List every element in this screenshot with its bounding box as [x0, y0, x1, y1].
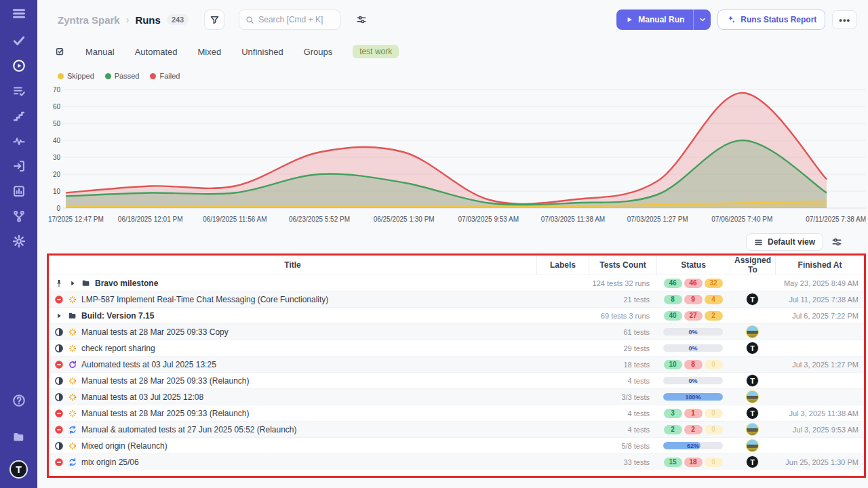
run-row[interactable]: Manual tests at 28 Mar 2025 09:33 (Relau…	[49, 372, 864, 388]
runs-status-report-button[interactable]: Runs Status Report	[717, 9, 825, 30]
type-manual-icon	[68, 344, 77, 353]
more-options-button[interactable]: •••	[832, 10, 857, 29]
legend-skipped[interactable]: Skipped	[58, 72, 94, 80]
run-title[interactable]: Manual & automated tests at 27 Jun 2025 …	[81, 425, 297, 434]
status-cell: 15180	[656, 454, 730, 470]
run-title[interactable]: LMP-587 Implement Real-Time Chat Messagi…	[81, 295, 328, 304]
status-cell: 0%	[656, 340, 730, 356]
manual-run-button[interactable]: Manual Run	[616, 9, 693, 30]
skipped-badge: 2	[705, 311, 723, 321]
tests-count-cell: 124 tests 32 runs	[589, 275, 656, 291]
assignee-cell	[730, 275, 775, 291]
finished-at-cell: Jul 11, 2025 7:38 AM	[775, 291, 864, 307]
svg-text:06/19/2025 11:56 AM: 06/19/2025 11:56 AM	[203, 216, 267, 223]
type-manual-icon	[68, 441, 77, 451]
run-row[interactable]: Manual tests at 03 Jul 2025 12:083/3 tes…	[49, 388, 864, 405]
group-title[interactable]: Bravo milestone	[95, 279, 158, 288]
column-header-labels[interactable]: Labels	[536, 256, 589, 274]
run-row[interactable]: Manual & automated tests at 27 Jun 2025 …	[49, 421, 864, 437]
run-title[interactable]: Mixed origin (Relaunch)	[81, 441, 167, 451]
failed-badge: 27	[684, 311, 703, 321]
svg-text:07/03/2025 9:53 AM: 07/03/2025 9:53 AM	[458, 216, 519, 223]
menu-icon[interactable]	[7, 2, 31, 25]
column-header-status[interactable]: Status	[656, 256, 730, 274]
svg-text:06/18/2025 12:01 PM: 06/18/2025 12:01 PM	[118, 216, 183, 223]
tab-manual[interactable]: Manual	[85, 47, 115, 57]
table-settings-icon[interactable]	[831, 237, 842, 247]
tab-unfinished[interactable]: Unfinished	[241, 47, 283, 57]
progress-label: 62%	[663, 442, 723, 449]
sidebar-item-projects[interactable]	[7, 426, 31, 449]
search-settings-icon[interactable]	[356, 14, 367, 25]
group-row[interactable]: Bravo milestone124 tests 32 runs464632Ma…	[49, 274, 864, 291]
search-input[interactable]	[258, 15, 333, 24]
run-row[interactable]: Mixed origin (Relaunch)5/8 tests62%	[49, 437, 864, 453]
run-title[interactable]: Manual tests at 28 Mar 2025 09:33 (Relau…	[81, 409, 249, 418]
progress-label: 100%	[663, 393, 723, 401]
progress-bar: 0%	[663, 344, 723, 352]
tab-mixed[interactable]: Mixed	[198, 47, 222, 57]
run-row[interactable]: Automated tests at 03 Jul 2025 13:2518 t…	[49, 356, 864, 372]
default-view-button[interactable]: Default view	[746, 233, 823, 251]
run-title[interactable]: check report sharing	[81, 344, 155, 353]
sidebar-item-settings[interactable]	[7, 230, 31, 253]
select-all-icon[interactable]	[55, 47, 65, 57]
failed-badge: 46	[684, 279, 703, 288]
sidebar-item-defects[interactable]	[7, 129, 31, 152]
tab-groups[interactable]: Groups	[304, 47, 333, 57]
sidebar-item-analytics[interactable]	[7, 180, 31, 203]
sidebar-item-runs[interactable]	[7, 54, 31, 77]
checkmark-icon	[12, 34, 26, 47]
run-title[interactable]: Manual tests at 28 Mar 2025 09:33 (Relau…	[81, 376, 249, 386]
type-manual-icon	[68, 376, 77, 386]
legend-dot-icon	[150, 73, 156, 79]
run-title[interactable]: Manual tests at 28 Mar 2025 09:33 Copy	[81, 327, 229, 337]
tests-count-cell: 33 tests	[589, 454, 656, 470]
state-failed-icon	[54, 409, 64, 418]
search-box[interactable]	[239, 9, 340, 30]
tests-count-cell: 4 tests	[589, 405, 656, 421]
user-avatar[interactable]: T	[9, 460, 28, 479]
progress-bar: 0%	[663, 377, 723, 384]
status-cell: 220	[656, 422, 730, 437]
group-row[interactable]: Build: Version 7.1569 tests 3 runs40272J…	[49, 307, 864, 323]
folder-icon	[12, 430, 26, 444]
pin-icon[interactable]	[54, 279, 64, 288]
manual-run-dropdown-button[interactable]	[693, 9, 711, 30]
run-row[interactable]: mix origin 25/0633 tests15180TJun 25, 20…	[49, 453, 864, 470]
legend-passed[interactable]: Passed	[105, 72, 140, 80]
sidebar-item-integrations[interactable]	[7, 205, 31, 228]
type-manual-icon	[68, 327, 77, 337]
run-title[interactable]: mix origin 25/06	[81, 458, 139, 467]
skipped-badge: 4	[705, 295, 723, 304]
sidebar-item-test-plans[interactable]	[7, 79, 31, 102]
filter-button[interactable]	[204, 9, 224, 30]
column-header-tests-count[interactable]: Tests Count	[589, 256, 656, 274]
sidebar-item-tests[interactable]	[7, 29, 31, 52]
run-row[interactable]: Manual tests at 28 Mar 2025 09:33 Copy61…	[49, 323, 864, 340]
chevron-right-icon[interactable]	[54, 311, 64, 321]
passed-badge: 2	[664, 425, 682, 434]
sidebar-item-imports[interactable]	[7, 155, 31, 178]
tab-automated[interactable]: Automated	[135, 47, 178, 57]
area-chart: 01020304050607017/2025 12:47 PM06/18/202…	[47, 81, 868, 229]
run-row[interactable]: check report sharing29 tests0%T	[49, 340, 864, 356]
svg-text:40: 40	[53, 137, 61, 144]
state-progress-icon	[54, 441, 64, 451]
run-row[interactable]: LMP-587 Implement Real-Time Chat Messagi…	[49, 291, 864, 307]
run-title[interactable]: Manual tests at 03 Jul 2025 12:08	[81, 392, 203, 402]
run-title[interactable]: Automated tests at 03 Jul 2025 13:25	[81, 360, 216, 369]
group-title[interactable]: Build: Version 7.15	[81, 311, 154, 321]
column-header-title[interactable]: Title	[49, 256, 536, 274]
sidebar-item-milestones[interactable]	[7, 104, 31, 127]
breadcrumb-project[interactable]: Zyntra Spark	[58, 14, 120, 26]
tag-test-work[interactable]: test work	[353, 45, 399, 58]
assignee-cell	[730, 422, 775, 437]
column-header-assigned-to[interactable]: Assigned To	[730, 256, 775, 274]
column-header-finished-at[interactable]: Finished At	[775, 256, 864, 274]
assignee-cell	[730, 308, 775, 323]
legend-failed[interactable]: Failed	[150, 72, 180, 80]
run-row[interactable]: Manual tests at 28 Mar 2025 09:33 (Relau…	[49, 405, 864, 421]
sidebar-item-help[interactable]	[7, 389, 31, 412]
chevron-right-icon[interactable]	[68, 279, 77, 288]
